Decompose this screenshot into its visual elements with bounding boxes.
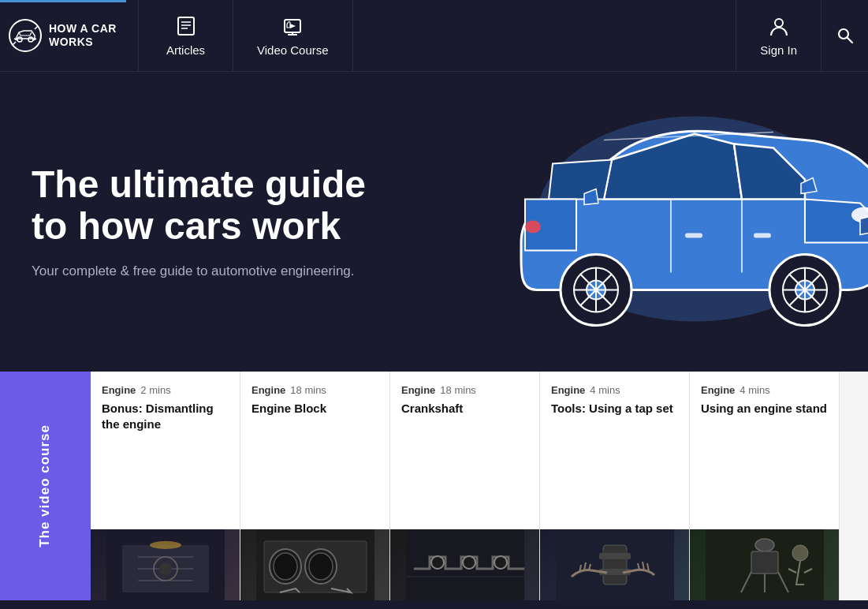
hero-car-illustration [474, 72, 868, 353]
card-title-3: Crankshaft [390, 401, 539, 429]
card-duration-1: 2 mins [140, 384, 170, 396]
hero-content: The ultimate guide to how cars work Your… [32, 164, 386, 279]
svg-rect-62 [751, 551, 778, 574]
articles-icon [175, 15, 197, 40]
search-icon [836, 26, 855, 45]
card-thumb-1 [91, 529, 240, 600]
card-duration-3: 18 mins [440, 384, 476, 396]
nav-items: Articles Video Course [139, 0, 736, 71]
card-category-1: Engine [102, 384, 136, 396]
search-button[interactable] [821, 0, 868, 71]
svg-rect-55 [599, 553, 631, 559]
nav-articles[interactable]: Articles [139, 0, 233, 71]
card-meta-4: Engine 4 mins [540, 372, 689, 401]
cards-scroll: Engine 2 mins Bonus: Dismantling the eng… [91, 372, 868, 600]
card-category-2: Engine [251, 384, 285, 396]
card-meta-5: Engine 4 mins [690, 372, 839, 401]
nav-video-course[interactable]: Video Course [233, 0, 353, 71]
logo-icon [8, 18, 43, 53]
svg-point-9 [775, 19, 783, 27]
svg-rect-3 [178, 17, 194, 35]
video-course-icon [281, 15, 304, 40]
svg-line-11 [848, 38, 852, 43]
svg-point-61 [755, 539, 774, 551]
signin-icon [768, 15, 790, 40]
svg-point-41 [150, 541, 181, 549]
svg-point-1 [17, 37, 22, 42]
card-thumb-3 [390, 529, 539, 600]
video-card-2[interactable]: Engine 18 mins Engine Block [240, 372, 390, 600]
card-title-2: Engine Block [240, 401, 389, 429]
logo[interactable]: HOW A CAR WORKS [0, 0, 139, 71]
card-meta-3: Engine 18 mins [390, 372, 539, 401]
svg-point-49 [431, 556, 444, 569]
video-card-5[interactable]: Engine 4 mins Using an engine stand [690, 372, 840, 600]
svg-point-50 [463, 556, 475, 569]
video-card-1[interactable]: Engine 2 mins Bonus: Dismantling the eng… [91, 372, 240, 600]
card-category-3: Engine [401, 384, 435, 396]
svg-point-10 [839, 29, 848, 39]
signin-button[interactable]: Sign In [736, 0, 821, 71]
svg-point-40 [159, 562, 172, 575]
card-category-5: Engine [701, 384, 735, 396]
svg-point-45 [274, 553, 297, 580]
svg-point-32 [525, 221, 541, 234]
card-duration-5: 4 mins [739, 384, 769, 396]
sidebar-label: The video course [36, 424, 54, 547]
svg-rect-54 [603, 545, 627, 585]
svg-point-51 [494, 556, 507, 569]
signin-label: Sign In [760, 43, 797, 57]
card-duration-2: 18 mins [290, 384, 326, 396]
hero-title: The ultimate guide to how cars work [32, 164, 386, 248]
svg-point-47 [309, 553, 333, 580]
card-thumb-2 [240, 529, 389, 600]
card-meta-1: Engine 2 mins [91, 372, 240, 401]
progress-bar [0, 0, 126, 2]
video-course-label: Video Course [257, 43, 329, 57]
svg-point-2 [28, 37, 33, 42]
card-title-4: Tools: Using a tap set [540, 401, 689, 429]
card-category-4: Engine [551, 384, 585, 396]
card-duration-4: 4 mins [590, 384, 620, 396]
svg-rect-30 [754, 234, 771, 238]
hero-subtitle: Your complete & free guide to automotive… [32, 263, 386, 279]
logo-text: HOW A CAR WORKS [49, 22, 130, 49]
video-course-sidebar[interactable]: The video course [0, 372, 91, 600]
svg-rect-29 [685, 234, 702, 238]
card-thumb-5 [690, 529, 839, 600]
card-meta-2: Engine 18 mins [240, 372, 389, 401]
navigation: HOW A CAR WORKS Articles [0, 0, 868, 72]
articles-label: Articles [166, 43, 205, 57]
card-thumb-4 [540, 529, 689, 600]
card-title-5: Using an engine stand [690, 401, 839, 429]
card-title-1: Bonus: Dismantling the engine [91, 401, 240, 444]
svg-point-63 [792, 545, 808, 561]
cards-section: The video course Engine 2 mins Bonus: Di… [0, 372, 868, 600]
nav-right: Sign In [736, 0, 868, 71]
video-card-3[interactable]: Engine 18 mins Crankshaft [390, 372, 540, 600]
video-card-4[interactable]: Engine 4 mins Tools: Using a tap set [540, 372, 690, 600]
hero-section: The ultimate guide to how cars work Your… [0, 72, 868, 372]
